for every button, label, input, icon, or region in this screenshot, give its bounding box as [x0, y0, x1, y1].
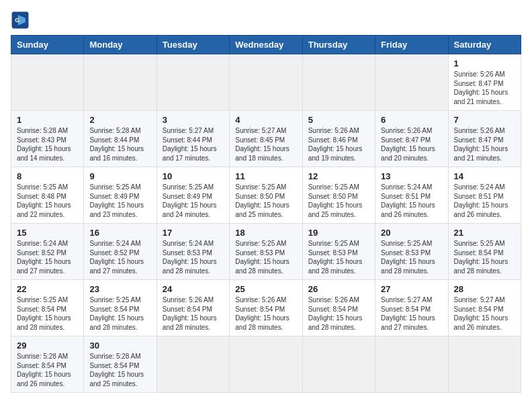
calendar-day-cell: 21Sunrise: 5:25 AMSunset: 8:54 PMDayligh…: [448, 224, 521, 280]
day-info: Sunrise: 5:26 AMSunset: 8:47 PMDaylight:…: [454, 70, 515, 106]
day-number: 1: [454, 58, 515, 68]
day-number: 10: [163, 171, 224, 181]
day-number: 24: [163, 284, 224, 294]
weekday-header-cell: Saturday: [448, 36, 521, 54]
day-number: 19: [308, 228, 369, 238]
day-info: Sunrise: 5:27 AMSunset: 8:45 PMDaylight:…: [235, 126, 296, 163]
day-info: Sunrise: 5:27 AMSunset: 8:54 PMDaylight:…: [381, 295, 442, 332]
calendar-day-cell: [302, 54, 375, 111]
day-info: Sunrise: 5:26 AMSunset: 8:47 PMDaylight:…: [381, 126, 442, 163]
logo-icon: G: [11, 11, 30, 30]
day-number: 18: [235, 228, 296, 238]
weekday-header-cell: Sunday: [11, 36, 84, 54]
day-number: 6: [381, 115, 442, 125]
calendar-day-cell: 11Sunrise: 5:25 AMSunset: 8:50 PMDayligh…: [230, 167, 302, 224]
day-number: 27: [381, 284, 442, 294]
day-number: 2: [89, 115, 150, 125]
calendar-day-cell: 17Sunrise: 5:24 AMSunset: 8:53 PMDayligh…: [157, 224, 229, 280]
calendar-body: 1Sunrise: 5:26 AMSunset: 8:47 PMDaylight…: [11, 54, 521, 393]
calendar-day-cell: 23Sunrise: 5:25 AMSunset: 8:54 PMDayligh…: [84, 280, 157, 336]
day-info: Sunrise: 5:24 AMSunset: 8:52 PMDaylight:…: [17, 239, 78, 275]
day-number: 16: [89, 228, 150, 238]
day-number: 28: [454, 284, 515, 294]
calendar-day-cell: 26Sunrise: 5:26 AMSunset: 8:54 PMDayligh…: [302, 280, 375, 336]
calendar-day-cell: 1Sunrise: 5:28 AMSunset: 8:43 PMDaylight…: [11, 111, 84, 167]
day-info: Sunrise: 5:26 AMSunset: 8:54 PMDaylight:…: [308, 295, 369, 332]
day-number: 15: [17, 228, 78, 238]
calendar-week-row: 29Sunrise: 5:28 AMSunset: 8:54 PMDayligh…: [11, 336, 521, 393]
weekday-header-cell: Tuesday: [157, 36, 229, 54]
calendar-day-cell: [230, 54, 302, 111]
calendar-day-cell: 8Sunrise: 5:25 AMSunset: 8:48 PMDaylight…: [11, 167, 84, 224]
day-info: Sunrise: 5:26 AMSunset: 8:54 PMDaylight:…: [163, 295, 224, 332]
day-number: 23: [89, 284, 150, 294]
calendar-day-cell: [375, 54, 448, 111]
calendar-week-row: 1Sunrise: 5:26 AMSunset: 8:47 PMDaylight…: [11, 54, 521, 111]
calendar-day-cell: 22Sunrise: 5:25 AMSunset: 8:54 PMDayligh…: [11, 280, 84, 336]
calendar-day-cell: [84, 54, 157, 111]
day-info: Sunrise: 5:27 AMSunset: 8:54 PMDaylight:…: [454, 295, 515, 332]
day-number: 1: [17, 115, 78, 125]
svg-text:G: G: [15, 17, 19, 24]
calendar-day-cell: 20Sunrise: 5:25 AMSunset: 8:53 PMDayligh…: [375, 224, 448, 280]
day-number: 9: [89, 171, 150, 181]
calendar-day-cell: 3Sunrise: 5:27 AMSunset: 8:44 PMDaylight…: [157, 111, 229, 167]
calendar-day-cell: 27Sunrise: 5:27 AMSunset: 8:54 PMDayligh…: [375, 280, 448, 336]
calendar-day-cell: 6Sunrise: 5:26 AMSunset: 8:47 PMDaylight…: [375, 111, 448, 167]
logo: G: [11, 11, 32, 30]
calendar-day-cell: 19Sunrise: 5:25 AMSunset: 8:53 PMDayligh…: [302, 224, 375, 280]
day-info: Sunrise: 5:25 AMSunset: 8:53 PMDaylight:…: [381, 239, 442, 275]
day-info: Sunrise: 5:25 AMSunset: 8:49 PMDaylight:…: [163, 183, 224, 219]
day-number: 21: [454, 228, 515, 238]
day-number: 3: [163, 115, 224, 125]
calendar-day-cell: [448, 336, 521, 393]
weekday-header-cell: Wednesday: [230, 36, 302, 54]
calendar-day-cell: 12Sunrise: 5:25 AMSunset: 8:50 PMDayligh…: [302, 167, 375, 224]
day-number: 26: [308, 284, 369, 294]
day-info: Sunrise: 5:26 AMSunset: 8:46 PMDaylight:…: [308, 126, 369, 163]
calendar-day-cell: 30Sunrise: 5:28 AMSunset: 8:54 PMDayligh…: [84, 336, 157, 393]
day-info: Sunrise: 5:25 AMSunset: 8:54 PMDaylight:…: [454, 239, 515, 275]
day-info: Sunrise: 5:25 AMSunset: 8:54 PMDaylight:…: [89, 295, 150, 332]
calendar-day-cell: 18Sunrise: 5:25 AMSunset: 8:53 PMDayligh…: [230, 224, 302, 280]
calendar-day-cell: 9Sunrise: 5:25 AMSunset: 8:49 PMDaylight…: [84, 167, 157, 224]
page-header: G: [11, 11, 521, 30]
day-number: 12: [308, 171, 369, 181]
day-number: 7: [454, 115, 515, 125]
day-number: 29: [17, 340, 78, 351]
calendar-day-cell: 24Sunrise: 5:26 AMSunset: 8:54 PMDayligh…: [157, 280, 229, 336]
calendar-day-cell: 5Sunrise: 5:26 AMSunset: 8:46 PMDaylight…: [302, 111, 375, 167]
calendar-day-cell: [375, 336, 448, 393]
weekday-header-cell: Friday: [375, 36, 448, 54]
day-number: 13: [381, 171, 442, 181]
day-info: Sunrise: 5:25 AMSunset: 8:54 PMDaylight:…: [17, 295, 78, 332]
calendar-day-cell: [157, 336, 229, 393]
calendar-day-cell: [11, 54, 84, 111]
calendar-day-cell: 14Sunrise: 5:24 AMSunset: 8:51 PMDayligh…: [448, 167, 521, 224]
day-number: 25: [235, 284, 296, 294]
calendar-day-cell: 13Sunrise: 5:24 AMSunset: 8:51 PMDayligh…: [375, 167, 448, 224]
day-info: Sunrise: 5:28 AMSunset: 8:44 PMDaylight:…: [89, 126, 150, 163]
calendar-day-cell: 25Sunrise: 5:26 AMSunset: 8:54 PMDayligh…: [230, 280, 302, 336]
calendar-day-cell: 15Sunrise: 5:24 AMSunset: 8:52 PMDayligh…: [11, 224, 84, 280]
calendar-week-row: 8Sunrise: 5:25 AMSunset: 8:48 PMDaylight…: [11, 167, 521, 224]
calendar-day-cell: [230, 336, 302, 393]
day-info: Sunrise: 5:25 AMSunset: 8:48 PMDaylight:…: [17, 183, 78, 219]
calendar-day-cell: 28Sunrise: 5:27 AMSunset: 8:54 PMDayligh…: [448, 280, 521, 336]
day-number: 30: [89, 340, 150, 351]
day-info: Sunrise: 5:25 AMSunset: 8:53 PMDaylight:…: [235, 239, 296, 275]
calendar-week-row: 15Sunrise: 5:24 AMSunset: 8:52 PMDayligh…: [11, 224, 521, 280]
calendar-day-cell: [157, 54, 229, 111]
day-info: Sunrise: 5:28 AMSunset: 8:43 PMDaylight:…: [17, 126, 78, 163]
day-info: Sunrise: 5:28 AMSunset: 8:54 PMDaylight:…: [17, 352, 78, 388]
day-info: Sunrise: 5:26 AMSunset: 8:47 PMDaylight:…: [454, 126, 515, 163]
day-info: Sunrise: 5:28 AMSunset: 8:54 PMDaylight:…: [89, 352, 150, 388]
day-info: Sunrise: 5:25 AMSunset: 8:49 PMDaylight:…: [89, 183, 150, 219]
day-number: 5: [308, 115, 369, 125]
day-info: Sunrise: 5:24 AMSunset: 8:51 PMDaylight:…: [381, 183, 442, 219]
day-number: 8: [17, 171, 78, 181]
calendar-day-cell: 1Sunrise: 5:26 AMSunset: 8:47 PMDaylight…: [448, 54, 521, 111]
calendar-week-row: 22Sunrise: 5:25 AMSunset: 8:54 PMDayligh…: [11, 280, 521, 336]
day-number: 20: [381, 228, 442, 238]
calendar-day-cell: 2Sunrise: 5:28 AMSunset: 8:44 PMDaylight…: [84, 111, 157, 167]
